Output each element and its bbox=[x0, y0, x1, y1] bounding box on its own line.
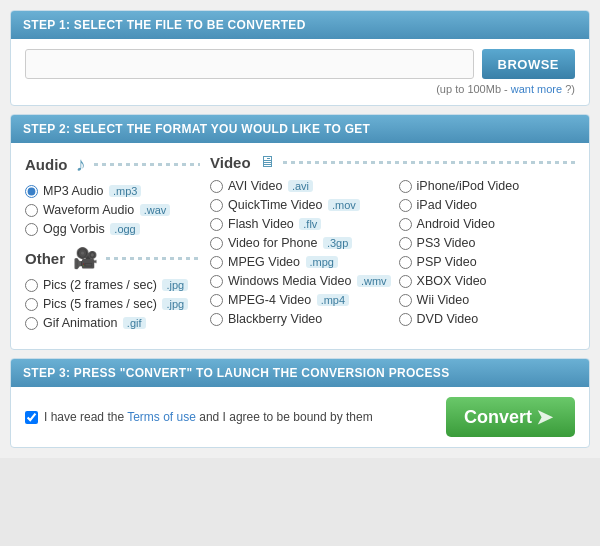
browse-button[interactable]: BROWSE bbox=[482, 49, 576, 79]
format-option-mpg: MPEG Video .mpg bbox=[210, 255, 391, 269]
terms-label[interactable]: I have read the Terms of use and I agree… bbox=[44, 410, 373, 424]
format-option-ipad: iPad Video bbox=[399, 198, 575, 212]
audio-col: Audio ♪ MP3 Audio .mp3 Waveform Audio .w… bbox=[25, 153, 210, 335]
terms-link[interactable]: Terms of use bbox=[127, 410, 196, 424]
label-wmv[interactable]: Windows Media Video .wmv bbox=[228, 274, 391, 288]
video-divider bbox=[283, 161, 575, 164]
format-area: Audio ♪ MP3 Audio .mp3 Waveform Audio .w… bbox=[11, 143, 589, 349]
step3-header: STEP 3: PRESS "CONVERT" TO LAUNCH THE CO… bbox=[11, 359, 589, 387]
label-ipod[interactable]: iPhone/iPod Video bbox=[417, 179, 520, 193]
label-jpg2[interactable]: Pics (2 frames / sec) .jpg bbox=[43, 278, 188, 292]
radio-mp4[interactable] bbox=[210, 294, 223, 307]
radio-gif[interactable] bbox=[25, 317, 38, 330]
step2-section: STEP 2: SELECT THE FORMAT YOU WOULD LIKE… bbox=[10, 114, 590, 350]
terms-suffix: and I agree to be bound by them bbox=[196, 410, 373, 424]
label-mp3[interactable]: MP3 Audio .mp3 bbox=[43, 184, 141, 198]
radio-wii[interactable] bbox=[399, 294, 412, 307]
tag-mp3: .mp3 bbox=[109, 185, 141, 197]
file-note: (up to 100Mb - want more ?) bbox=[25, 83, 575, 95]
tag-wmv: .wmv bbox=[357, 275, 391, 287]
video-label: Video bbox=[210, 154, 251, 171]
camera-icon: 🎥 bbox=[73, 246, 98, 270]
label-gif[interactable]: Gif Animation .gif bbox=[43, 316, 146, 330]
radio-3gp[interactable] bbox=[210, 237, 223, 250]
convert-label: Convert bbox=[464, 407, 532, 428]
label-bb[interactable]: Blackberry Video bbox=[228, 312, 322, 326]
label-wav[interactable]: Waveform Audio .wav bbox=[43, 203, 170, 217]
format-option-wii: Wii Video bbox=[399, 293, 575, 307]
label-android[interactable]: Android Video bbox=[417, 217, 495, 231]
format-option-psp: PSP Video bbox=[399, 255, 575, 269]
tag-flv: .flv bbox=[299, 218, 321, 230]
radio-mpg[interactable] bbox=[210, 256, 223, 269]
file-input-row: BROWSE bbox=[25, 49, 575, 79]
terms-checkbox[interactable] bbox=[25, 411, 38, 424]
radio-psp[interactable] bbox=[399, 256, 412, 269]
label-mov[interactable]: QuickTime Video .mov bbox=[228, 198, 360, 212]
audio-col-header: Audio ♪ bbox=[25, 153, 200, 176]
label-xbox[interactable]: XBOX Video bbox=[417, 274, 487, 288]
audio-divider bbox=[94, 163, 201, 166]
tag-jpg5: .jpg bbox=[162, 298, 188, 310]
step2-header: STEP 2: SELECT THE FORMAT YOU WOULD LIKE… bbox=[11, 115, 589, 143]
step3-section: STEP 3: PRESS "CONVERT" TO LAUNCH THE CO… bbox=[10, 358, 590, 448]
radio-android[interactable] bbox=[399, 218, 412, 231]
label-dvd[interactable]: DVD Video bbox=[417, 312, 479, 326]
note-suffix: ?) bbox=[562, 83, 575, 95]
file-input[interactable] bbox=[25, 49, 474, 79]
radio-mov[interactable] bbox=[210, 199, 223, 212]
label-jpg5[interactable]: Pics (5 frames / sec) .jpg bbox=[43, 297, 188, 311]
format-option-wav: Waveform Audio .wav bbox=[25, 203, 200, 217]
radio-avi[interactable] bbox=[210, 180, 223, 193]
label-ps3[interactable]: PS3 Video bbox=[417, 236, 476, 250]
format-option-ipod: iPhone/iPod Video bbox=[399, 179, 575, 193]
step3-body: I have read the Terms of use and I agree… bbox=[11, 387, 589, 447]
radio-ipad[interactable] bbox=[399, 199, 412, 212]
label-avi[interactable]: AVI Video .avi bbox=[228, 179, 313, 193]
tag-jpg2: .jpg bbox=[162, 279, 188, 291]
radio-wmv[interactable] bbox=[210, 275, 223, 288]
video-subcols: AVI Video .avi QuickTime Video .mov Flas… bbox=[210, 179, 575, 331]
radio-ps3[interactable] bbox=[399, 237, 412, 250]
radio-wav[interactable] bbox=[25, 204, 38, 217]
label-3gp[interactable]: Video for Phone .3gp bbox=[228, 236, 352, 250]
radio-jpg2[interactable] bbox=[25, 279, 38, 292]
tag-mov: .mov bbox=[328, 199, 360, 211]
format-option-dvd: DVD Video bbox=[399, 312, 575, 326]
want-more-link[interactable]: want more bbox=[511, 83, 562, 95]
label-psp[interactable]: PSP Video bbox=[417, 255, 477, 269]
tag-gif: .gif bbox=[123, 317, 146, 329]
format-option-avi: AVI Video .avi bbox=[210, 179, 391, 193]
format-columns: Audio ♪ MP3 Audio .mp3 Waveform Audio .w… bbox=[25, 153, 575, 335]
format-option-gif: Gif Animation .gif bbox=[25, 316, 200, 330]
radio-flv[interactable] bbox=[210, 218, 223, 231]
tag-avi: .avi bbox=[288, 180, 313, 192]
label-flv[interactable]: Flash Video .flv bbox=[228, 217, 321, 231]
label-wii[interactable]: Wii Video bbox=[417, 293, 470, 307]
radio-ipod[interactable] bbox=[399, 180, 412, 193]
tag-ogg: .ogg bbox=[110, 223, 139, 235]
radio-xbox[interactable] bbox=[399, 275, 412, 288]
other-divider bbox=[106, 257, 200, 260]
radio-ogg[interactable] bbox=[25, 223, 38, 236]
format-option-jpg2: Pics (2 frames / sec) .jpg bbox=[25, 278, 200, 292]
audio-label: Audio bbox=[25, 156, 68, 173]
radio-dvd[interactable] bbox=[399, 313, 412, 326]
other-col-header: Other 🎥 bbox=[25, 246, 200, 270]
page-wrapper: STEP 1: SELECT THE FILE TO BE CONVERTED … bbox=[0, 0, 600, 458]
radio-mp3[interactable] bbox=[25, 185, 38, 198]
radio-jpg5[interactable] bbox=[25, 298, 38, 311]
convert-button[interactable]: Convert ➤ bbox=[446, 397, 575, 437]
convert-arrow-icon: ➤ bbox=[536, 405, 553, 429]
radio-bb[interactable] bbox=[210, 313, 223, 326]
step1-header: STEP 1: SELECT THE FILE TO BE CONVERTED bbox=[11, 11, 589, 39]
note-text: (up to 100Mb - bbox=[436, 83, 511, 95]
video-col1: AVI Video .avi QuickTime Video .mov Flas… bbox=[210, 179, 399, 331]
format-option-ogg: Ogg Vorbis .ogg bbox=[25, 222, 200, 236]
video-col: Video 🖥 AVI Video .avi bbox=[210, 153, 575, 335]
label-ogg[interactable]: Ogg Vorbis .ogg bbox=[43, 222, 140, 236]
label-mp4[interactable]: MPEG-4 Video .mp4 bbox=[228, 293, 349, 307]
label-ipad[interactable]: iPad Video bbox=[417, 198, 477, 212]
label-mpg[interactable]: MPEG Video .mpg bbox=[228, 255, 338, 269]
video-col-header: Video 🖥 bbox=[210, 153, 575, 171]
